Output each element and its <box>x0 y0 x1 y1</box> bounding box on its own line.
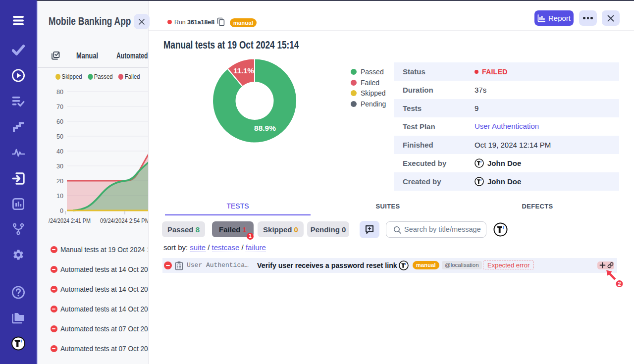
svg-text:70: 70 <box>56 104 63 110</box>
svg-text:0: 0 <box>60 208 63 214</box>
svg-text:60: 60 <box>56 118 63 125</box>
svg-text:80: 80 <box>56 89 63 96</box>
svg-text:/24/2024 2:41 PM: /24/2024 2:41 PM <box>49 217 91 224</box>
svg-text:30: 30 <box>56 163 63 170</box>
svg-text:11.1%: 11.1% <box>233 66 254 75</box>
svg-text:10: 10 <box>56 193 63 200</box>
svg-text:09/24/2024 2:54 PM: 09/24/2024 2:54 PM <box>100 217 149 224</box>
svg-text:50: 50 <box>56 133 63 140</box>
svg-text:88.9%: 88.9% <box>254 124 276 132</box>
svg-text:20: 20 <box>56 178 63 185</box>
svg-text:40: 40 <box>56 148 63 155</box>
svg-text:2: 2 <box>618 281 621 287</box>
